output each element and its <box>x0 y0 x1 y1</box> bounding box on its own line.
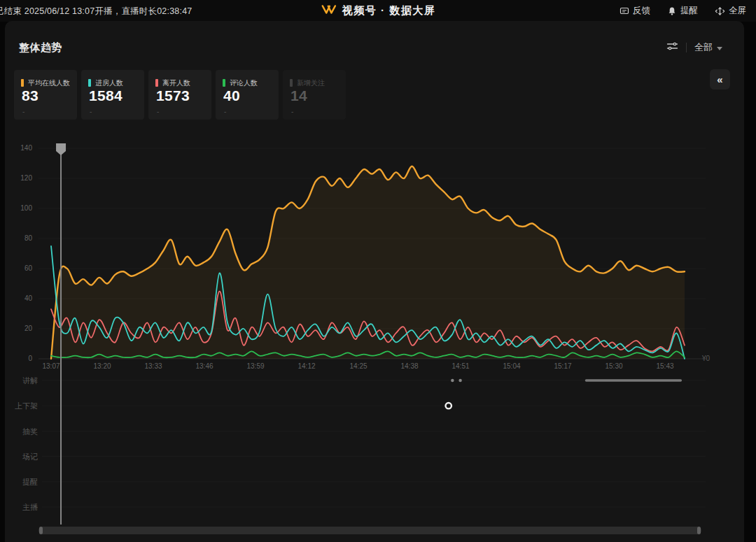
series-filter-dropdown[interactable]: 全部 <box>694 41 722 54</box>
reminder-label: 提醒 <box>680 5 698 17</box>
feedback-button[interactable]: 反馈 <box>620 5 650 17</box>
topbar-actions: 反馈 提醒 全屏 <box>620 0 746 22</box>
x-tick: 15:17 <box>547 362 578 370</box>
stat-sub: - <box>291 108 293 115</box>
stat-label: 评论人数 <box>230 78 258 88</box>
stat-value: 14 <box>290 87 307 104</box>
event-row-label-marker: 场记 <box>4 452 38 462</box>
topbar: 已结束 2025/06/12 13:07开播，直播时长02:38:47 视频号 … <box>0 0 756 22</box>
stat-sub: - <box>224 108 226 115</box>
series-color-marker <box>155 79 158 87</box>
stat-value: 40 <box>223 87 240 104</box>
app-brand: 视频号 · 数据大屏 <box>321 0 435 22</box>
y-tick: 40 <box>11 294 32 302</box>
event-row-label-lottery: 抽奖 <box>4 427 38 437</box>
event-row-label-explain: 讲解 <box>4 376 38 386</box>
stat-card-enter-room[interactable]: 进房人数 1584 - <box>81 70 144 120</box>
channels-logo-icon <box>321 3 337 18</box>
x-tick: 14:51 <box>445 362 476 370</box>
time-range-scrollbar[interactable] <box>38 527 701 534</box>
stat-value: 1584 <box>89 87 122 104</box>
stat-cards: 平均在线人数 83 - 进房人数 1584 - 离开人数 1573 - 评论人数… <box>14 70 346 120</box>
app-title: 视频号 · 数据大屏 <box>342 4 435 17</box>
fullscreen-icon <box>715 6 725 16</box>
y-tick: 60 <box>11 264 32 272</box>
y-tick: 20 <box>11 325 32 332</box>
y-tick: 140 <box>11 144 32 152</box>
stat-card-leave-room[interactable]: 离开人数 1573 - <box>148 70 211 120</box>
bell-icon <box>667 6 677 16</box>
stat-card-new-followers[interactable]: 新增关注 14 - <box>283 70 346 120</box>
series-color-marker <box>223 79 225 87</box>
chart-filter-controls: 全部 <box>666 41 722 55</box>
page-title: 整体趋势 <box>19 41 62 55</box>
y-tick: 80 <box>11 234 32 242</box>
feedback-label: 反馈 <box>633 5 650 17</box>
scrollbar-right-handle[interactable] <box>697 527 701 534</box>
stat-sub: - <box>157 108 159 115</box>
x-tick: 15:04 <box>496 362 527 370</box>
event-row-label-anchor: 主播 <box>4 502 38 513</box>
series-color-marker <box>88 79 91 87</box>
x-tick: 14:12 <box>291 362 322 370</box>
series-color-marker <box>21 79 24 87</box>
divider <box>686 43 687 52</box>
x-tick: 13:20 <box>87 362 118 370</box>
stat-sub: - <box>22 108 24 115</box>
event-row-label-shelf: 上下架 <box>4 401 38 411</box>
stat-value: 83 <box>22 87 38 104</box>
feedback-icon <box>620 6 629 16</box>
stat-label: 进房人数 <box>95 78 123 88</box>
reminder-button[interactable]: 提醒 <box>667 5 698 17</box>
x-tick: 15:43 <box>650 362 680 370</box>
stat-sub: - <box>90 108 92 115</box>
fullscreen-label: 全屏 <box>729 5 746 17</box>
settings-sliders-icon[interactable] <box>666 41 678 55</box>
live-status-text: 已结束 2025/06/12 13:07开播，直播时长02:38:47 <box>0 6 192 17</box>
series-color-marker <box>290 79 293 87</box>
filter-selected-value: 全部 <box>694 41 713 54</box>
stat-card-comments[interactable]: 评论人数 40 - <box>216 70 279 120</box>
chevron-down-icon <box>717 47 722 50</box>
y-tick: 0 <box>11 355 32 362</box>
stat-label: 离开人数 <box>162 78 190 88</box>
y-tick: 120 <box>11 174 32 182</box>
stat-card-avg-online[interactable]: 平均在线人数 83 - <box>14 70 77 120</box>
x-tick: 13:59 <box>240 362 271 370</box>
x-tick: 14:25 <box>343 362 374 370</box>
x-tick: 13:07 <box>36 362 66 370</box>
x-tick: 15:30 <box>598 362 629 370</box>
fullscreen-button[interactable]: 全屏 <box>715 5 746 17</box>
x-tick: 14:38 <box>394 362 425 370</box>
y-tick: 100 <box>11 204 32 212</box>
collapse-cards-button[interactable]: « <box>710 69 730 90</box>
event-row-label-reminder: 提醒 <box>4 477 38 487</box>
right-axis-label: ¥0 <box>702 355 710 362</box>
stat-value: 1573 <box>156 87 190 104</box>
stat-label: 新增关注 <box>297 78 325 88</box>
x-tick: 13:33 <box>138 362 169 370</box>
stat-label: 平均在线人数 <box>28 78 70 88</box>
scrollbar-left-handle[interactable] <box>39 527 43 534</box>
x-tick: 13:46 <box>189 362 220 370</box>
